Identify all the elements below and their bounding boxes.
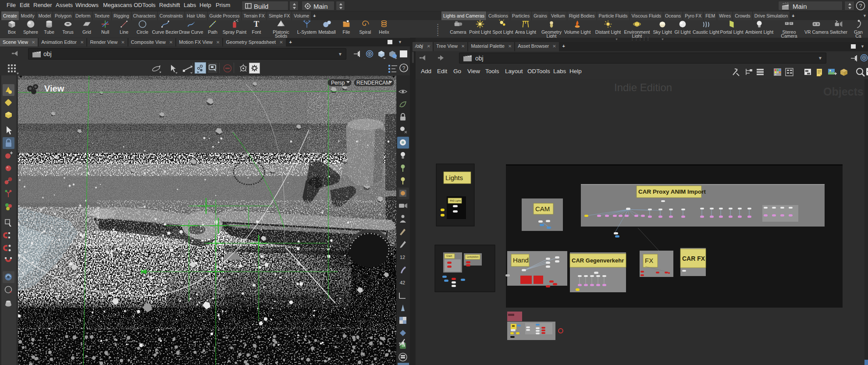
svg-text:CAR FX: CAR FX: [682, 255, 705, 262]
svg-text:T: T: [254, 20, 260, 28]
svg-text:?: ?: [859, 3, 862, 9]
svg-text:Objects: Objects: [823, 85, 864, 98]
svg-text:Crash: Crash: [446, 255, 452, 257]
svg-text:FX: FX: [645, 257, 653, 264]
svg-text:Lights: Lights: [445, 174, 463, 181]
svg-text:Lenkybdism: Lenkybdism: [467, 255, 479, 258]
svg-text:CAR Proxy ANIM Import: CAR Proxy ANIM Import: [638, 188, 706, 195]
svg-text:RENDERCAM: RENDERCAM: [356, 80, 390, 86]
svg-text:View: View: [44, 84, 64, 93]
svg-text:?: ?: [402, 65, 406, 71]
svg-text:42: 42: [400, 280, 405, 285]
svg-text:CAM: CAM: [535, 205, 550, 213]
svg-text:12: 12: [400, 255, 405, 260]
svg-text:RND Lights: RND Lights: [450, 199, 461, 202]
svg-text:Hand: Hand: [513, 256, 529, 264]
svg-text:CAR Gegenverkehr: CAR Gegenverkehr: [572, 257, 624, 264]
svg-text:Persp: Persp: [331, 80, 345, 86]
svg-text:Indie Edition: Indie Edition: [614, 82, 672, 93]
